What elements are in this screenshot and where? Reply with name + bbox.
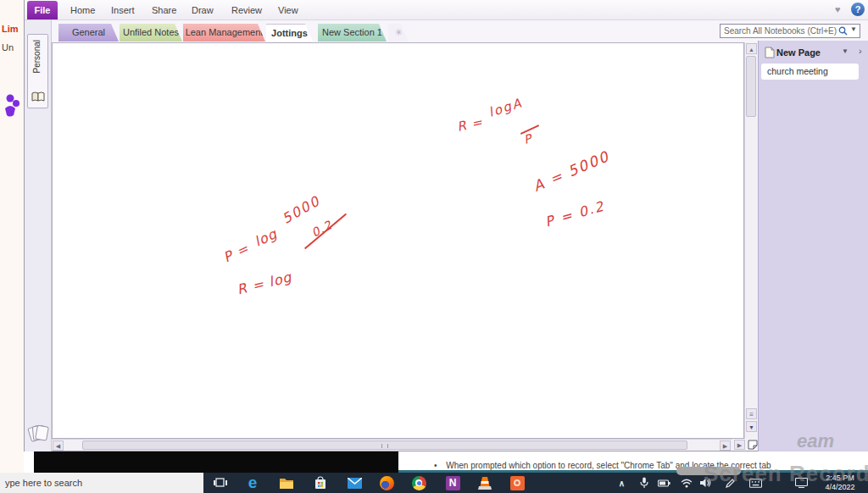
page-curl-icon[interactable] (747, 439, 759, 451)
ribbon-menu-bar: File Home Insert Share Draw Review View … (25, 0, 868, 20)
file-menu-button[interactable]: File (27, 1, 58, 19)
search-placeholder: Search All Notebooks (Ctrl+E) (724, 26, 837, 36)
edge-icon[interactable]: e (244, 474, 261, 491)
section-tab-unfiled-notes[interactable]: Unfiled Notes (120, 24, 182, 42)
onenote-window: File Home Insert Share Draw Review View … (24, 0, 868, 451)
search-icon[interactable] (838, 26, 848, 36)
tray-wifi-icon[interactable] (680, 477, 693, 489)
section-tab-bar: › General Unfiled Notes Lean Management … (25, 20, 868, 42)
vertical-scrollbar[interactable]: ▲ ≡ ▼ (744, 42, 757, 439)
notebook-book-icon (31, 91, 45, 102)
tray-microphone-icon[interactable] (637, 477, 650, 489)
new-page-dropdown-icon[interactable]: ▼ (842, 47, 849, 55)
menu-share[interactable]: Share (152, 5, 176, 15)
scroll-up-icon[interactable]: ▲ (746, 43, 757, 54)
windows-taskbar: ype here to search e (0, 473, 868, 493)
vertical-scroll-thumb[interactable] (746, 56, 756, 117)
screen-recorder-app-icon[interactable] (509, 474, 526, 491)
gray-bar (676, 467, 741, 475)
scroll-right-icon[interactable]: ▶ (720, 440, 731, 451)
section-tab-lean-management[interactable]: Lean Management (183, 24, 265, 42)
notebook-tab-personal[interactable]: Personal (27, 34, 48, 108)
page-stack-icon[interactable] (26, 420, 50, 444)
section-tab-general[interactable]: General (58, 24, 119, 42)
onenote-icon[interactable]: N (444, 474, 461, 491)
scroll-thumb-grip (381, 444, 388, 448)
taskbar-clock[interactable]: 2:45 PM 4/4/2022 (815, 474, 865, 492)
scroll-next-page-icon[interactable]: ▼ (746, 421, 757, 432)
chrome-icon[interactable] (410, 474, 427, 491)
new-page-label[interactable]: New Page (776, 47, 821, 58)
menu-view[interactable]: View (278, 5, 298, 15)
new-page-icon (765, 47, 775, 58)
notebook-navigation-bar: Personal (25, 20, 52, 451)
help-button[interactable]: ? (851, 3, 865, 16)
tray-battery-icon[interactable] (658, 477, 670, 489)
scroll-left-icon[interactable]: ◀ (53, 440, 64, 451)
vlc-icon[interactable] (476, 474, 493, 491)
section-tab-new-section-1[interactable]: New Section 1 (318, 24, 387, 42)
tray-volume-icon[interactable] (698, 477, 711, 489)
menu-draw[interactable]: Draw (192, 5, 214, 15)
create-section-tab[interactable]: ✳ (388, 24, 409, 42)
mail-icon[interactable] (346, 474, 363, 491)
store-icon[interactable] (312, 474, 329, 491)
tray-touch-keyboard-icon[interactable] (749, 477, 762, 489)
pan-right-icon[interactable]: ▶ (734, 440, 745, 450)
tray-hidden-icons-chevron-icon[interactable]: ∧ (615, 477, 628, 489)
clock-time: 2:45 PM (815, 474, 865, 483)
notebook-name-label: Personal (32, 40, 42, 73)
menu-insert[interactable]: Insert (111, 5, 135, 15)
new-page-row[interactable]: New Page ▼ › (759, 45, 868, 62)
tray-display-icon[interactable] (795, 477, 808, 489)
horizontal-scroll-thumb[interactable] (82, 440, 687, 450)
scroll-menu-icon[interactable]: ≡ (746, 408, 757, 419)
people-icon (3, 93, 22, 119)
tray-pen-icon[interactable] (724, 477, 737, 489)
panel-expand-chevron-icon[interactable]: › (859, 46, 862, 56)
taskbar-search-box[interactable]: ype here to search (0, 473, 203, 493)
menu-review[interactable]: Review (231, 5, 262, 15)
search-box[interactable]: Search All Notebooks (Ctrl+E) ▼ (720, 24, 860, 38)
background-window-strip: Lim Un (0, 0, 24, 473)
task-view-icon[interactable] (212, 474, 229, 491)
section-tab-jottings-active[interactable]: Jottings (266, 24, 313, 42)
note-bullet: • (434, 461, 437, 470)
menu-home[interactable]: Home (70, 5, 95, 15)
horizontal-scrollbar[interactable]: ◀ ▶ (52, 439, 732, 451)
firefox-icon[interactable] (378, 474, 395, 491)
background-text-un: Un (2, 42, 14, 53)
desktop: Lim Un File Home Insert Share Draw Revie… (0, 0, 868, 493)
clock-date: 4/4/2022 (815, 483, 865, 492)
black-background-window (34, 451, 398, 473)
background-text-lim: Lim (2, 24, 19, 34)
page-canvas[interactable] (52, 42, 744, 439)
feedback-heart-icon[interactable]: ♥ (835, 4, 841, 14)
search-scope-dropdown-icon[interactable]: ▼ (850, 25, 857, 33)
page-item-church-meeting[interactable]: church meeting (761, 64, 859, 80)
page-list-panel: New Page ▼ › church meeting (758, 41, 868, 451)
file-explorer-icon[interactable] (278, 474, 295, 491)
